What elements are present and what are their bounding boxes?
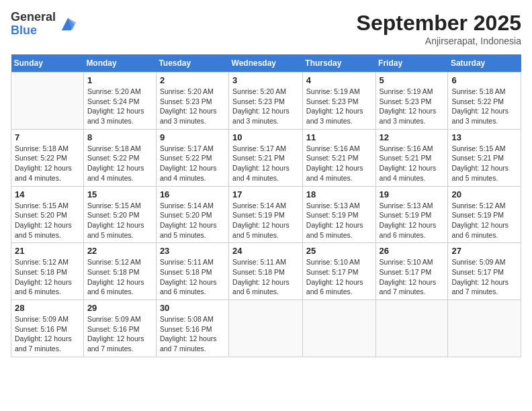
day-number: 19 (380, 189, 445, 199)
day-number: 26 (380, 246, 445, 256)
day-info: Sunrise: 5:18 AM Sunset: 5:22 PM Dayligh… (15, 144, 80, 183)
week-row-3: 14Sunrise: 5:15 AM Sunset: 5:20 PM Dayli… (11, 186, 521, 243)
calendar-cell: 14Sunrise: 5:15 AM Sunset: 5:20 PM Dayli… (11, 186, 84, 243)
day-info: Sunrise: 5:09 AM Sunset: 5:16 PM Dayligh… (87, 314, 152, 354)
calendar-cell: 19Sunrise: 5:13 AM Sunset: 5:19 PM Dayli… (375, 186, 448, 243)
day-info: Sunrise: 5:19 AM Sunset: 5:23 PM Dayligh… (380, 87, 445, 126)
day-number: 5 (380, 75, 445, 85)
day-info: Sunrise: 5:11 AM Sunset: 5:18 PM Dayligh… (232, 257, 299, 297)
day-info: Sunrise: 5:13 AM Sunset: 5:19 PM Dayligh… (306, 201, 372, 240)
day-info: Sunrise: 5:08 AM Sunset: 5:16 PM Dayligh… (160, 314, 225, 354)
day-info: Sunrise: 5:09 AM Sunset: 5:17 PM Dayligh… (451, 257, 517, 297)
day-info: Sunrise: 5:19 AM Sunset: 5:23 PM Dayligh… (306, 87, 372, 126)
day-header-monday: Monday (83, 54, 156, 73)
day-header-saturday: Saturday (448, 54, 521, 73)
day-number: 9 (160, 132, 225, 142)
calendar-cell: 9Sunrise: 5:17 AM Sunset: 5:22 PM Daylig… (156, 129, 228, 186)
day-info: Sunrise: 5:16 AM Sunset: 5:21 PM Dayligh… (306, 144, 372, 183)
calendar-cell: 6Sunrise: 5:18 AM Sunset: 5:22 PM Daylig… (448, 73, 521, 130)
calendar-cell: 12Sunrise: 5:16 AM Sunset: 5:21 PM Dayli… (375, 129, 448, 186)
day-number: 24 (232, 246, 299, 256)
day-number: 29 (87, 303, 152, 313)
day-info: Sunrise: 5:18 AM Sunset: 5:22 PM Dayligh… (451, 87, 517, 126)
day-number: 25 (306, 246, 372, 256)
week-row-5: 28Sunrise: 5:09 AM Sunset: 5:16 PM Dayli… (11, 300, 521, 357)
calendar-cell: 3Sunrise: 5:20 AM Sunset: 5:23 PM Daylig… (229, 73, 303, 130)
day-number: 3 (232, 75, 299, 85)
calendar-cell: 5Sunrise: 5:19 AM Sunset: 5:23 PM Daylig… (375, 73, 448, 130)
calendar-cell: 20Sunrise: 5:12 AM Sunset: 5:19 PM Dayli… (448, 186, 521, 243)
calendar-cell (448, 300, 521, 357)
day-header-friday: Friday (375, 54, 448, 73)
month-title: September 2025 (357, 11, 521, 36)
day-number: 7 (15, 132, 80, 142)
day-header-wednesday: Wednesday (229, 54, 303, 73)
week-row-1: 1Sunrise: 5:20 AM Sunset: 5:24 PM Daylig… (11, 73, 521, 130)
calendar-cell: 21Sunrise: 5:12 AM Sunset: 5:18 PM Dayli… (11, 243, 84, 300)
day-number: 13 (451, 132, 517, 142)
day-number: 2 (160, 75, 225, 85)
day-info: Sunrise: 5:14 AM Sunset: 5:20 PM Dayligh… (160, 201, 225, 240)
calendar-table: SundayMondayTuesdayWednesdayThursdayFrid… (11, 54, 521, 357)
calendar-cell: 11Sunrise: 5:16 AM Sunset: 5:21 PM Dayli… (302, 129, 375, 186)
day-number: 18 (306, 189, 372, 199)
calendar-cell: 25Sunrise: 5:10 AM Sunset: 5:17 PM Dayli… (302, 243, 375, 300)
day-info: Sunrise: 5:11 AM Sunset: 5:18 PM Dayligh… (160, 257, 225, 297)
calendar-cell (11, 73, 84, 130)
calendar-cell: 2Sunrise: 5:20 AM Sunset: 5:23 PM Daylig… (156, 73, 228, 130)
day-info: Sunrise: 5:10 AM Sunset: 5:17 PM Dayligh… (380, 257, 445, 297)
calendar-cell: 30Sunrise: 5:08 AM Sunset: 5:16 PM Dayli… (156, 300, 228, 357)
day-info: Sunrise: 5:20 AM Sunset: 5:23 PM Dayligh… (232, 87, 299, 126)
calendar-cell: 15Sunrise: 5:15 AM Sunset: 5:20 PM Dayli… (83, 186, 156, 243)
logo-general-text: General (11, 11, 56, 24)
calendar-cell: 18Sunrise: 5:13 AM Sunset: 5:19 PM Dayli… (302, 186, 375, 243)
calendar-cell: 7Sunrise: 5:18 AM Sunset: 5:22 PM Daylig… (11, 129, 84, 186)
day-number: 15 (87, 189, 152, 199)
calendar-cell: 8Sunrise: 5:18 AM Sunset: 5:22 PM Daylig… (83, 129, 156, 186)
day-number: 1 (87, 75, 152, 85)
header-row: SundayMondayTuesdayWednesdayThursdayFrid… (11, 54, 521, 73)
day-header-tuesday: Tuesday (156, 54, 228, 73)
day-number: 14 (15, 189, 80, 199)
day-info: Sunrise: 5:16 AM Sunset: 5:21 PM Dayligh… (380, 144, 445, 183)
day-info: Sunrise: 5:20 AM Sunset: 5:24 PM Dayligh… (87, 87, 152, 126)
day-number: 4 (306, 75, 372, 85)
day-info: Sunrise: 5:17 AM Sunset: 5:21 PM Dayligh… (232, 144, 299, 183)
day-info: Sunrise: 5:12 AM Sunset: 5:18 PM Dayligh… (87, 257, 152, 297)
day-number: 22 (87, 246, 152, 256)
logo-blue-text: Blue (11, 24, 56, 38)
title-block: September 2025 Anjirserapat, Indonesia (357, 11, 521, 46)
page-header: General Blue September 2025 Anjirserapat… (11, 11, 521, 46)
day-info: Sunrise: 5:15 AM Sunset: 5:21 PM Dayligh… (451, 144, 517, 183)
day-info: Sunrise: 5:13 AM Sunset: 5:19 PM Dayligh… (380, 201, 445, 240)
calendar-cell: 22Sunrise: 5:12 AM Sunset: 5:18 PM Dayli… (83, 243, 156, 300)
day-info: Sunrise: 5:09 AM Sunset: 5:16 PM Dayligh… (15, 314, 80, 354)
calendar-cell: 26Sunrise: 5:10 AM Sunset: 5:17 PM Dayli… (375, 243, 448, 300)
location-subtitle: Anjirserapat, Indonesia (357, 36, 521, 46)
day-info: Sunrise: 5:12 AM Sunset: 5:18 PM Dayligh… (15, 257, 80, 297)
calendar-cell: 13Sunrise: 5:15 AM Sunset: 5:21 PM Dayli… (448, 129, 521, 186)
day-info: Sunrise: 5:12 AM Sunset: 5:19 PM Dayligh… (451, 201, 517, 240)
calendar-cell (302, 300, 375, 357)
day-number: 12 (380, 132, 445, 142)
day-number: 23 (160, 246, 225, 256)
day-info: Sunrise: 5:15 AM Sunset: 5:20 PM Dayligh… (15, 201, 80, 240)
calendar-cell (375, 300, 448, 357)
day-number: 30 (160, 303, 225, 313)
day-number: 6 (451, 75, 517, 85)
day-number: 16 (160, 189, 225, 199)
calendar-cell: 10Sunrise: 5:17 AM Sunset: 5:21 PM Dayli… (229, 129, 303, 186)
day-number: 27 (451, 246, 517, 256)
calendar-cell: 1Sunrise: 5:20 AM Sunset: 5:24 PM Daylig… (83, 73, 156, 130)
week-row-4: 21Sunrise: 5:12 AM Sunset: 5:18 PM Dayli… (11, 243, 521, 300)
day-info: Sunrise: 5:18 AM Sunset: 5:22 PM Dayligh… (87, 144, 152, 183)
calendar-cell: 24Sunrise: 5:11 AM Sunset: 5:18 PM Dayli… (229, 243, 303, 300)
calendar-cell: 16Sunrise: 5:14 AM Sunset: 5:20 PM Dayli… (156, 186, 228, 243)
day-number: 10 (232, 132, 299, 142)
day-number: 11 (306, 132, 372, 142)
calendar-cell: 28Sunrise: 5:09 AM Sunset: 5:16 PM Dayli… (11, 300, 84, 357)
day-info: Sunrise: 5:10 AM Sunset: 5:17 PM Dayligh… (306, 257, 372, 297)
day-number: 17 (232, 189, 299, 199)
day-header-thursday: Thursday (302, 54, 375, 73)
day-header-sunday: Sunday (11, 54, 84, 73)
